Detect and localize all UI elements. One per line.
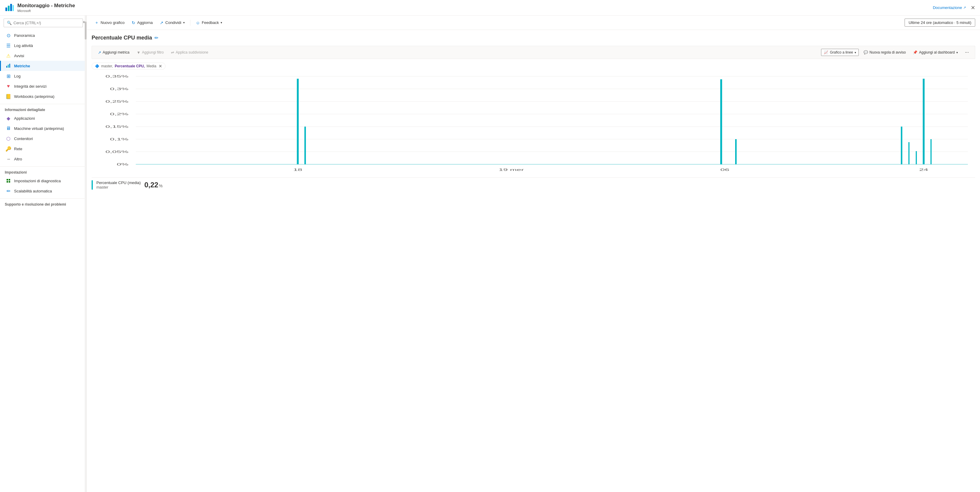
section-support-header: Supporto e risoluzione dei problemi xyxy=(0,198,86,208)
new-alert-button[interactable]: 💬 Nuova regola di avviso xyxy=(861,49,908,56)
apply-split-button[interactable]: ⇌ Applica suddivisione xyxy=(169,49,211,56)
svg-text:0,1%: 0,1% xyxy=(110,137,129,141)
more-options-button[interactable]: ··· xyxy=(963,49,971,56)
feedback-chevron-icon: ▾ xyxy=(221,21,222,24)
sidebar-label-rete: Rete xyxy=(14,147,22,151)
chart-type-chevron: ▾ xyxy=(854,51,856,54)
diagnostica-icon xyxy=(6,178,11,183)
add-dashboard-button[interactable]: 📌 Aggiungi al dashboard ▾ xyxy=(910,49,960,56)
macchine-icon: 🖥 xyxy=(6,126,11,131)
sidebar-item-scalabilita[interactable]: ✏ Scalabilità automatica xyxy=(0,186,86,196)
sidebar-item-log[interactable]: ⊞ Log xyxy=(0,71,86,81)
tag-metric: Percentuale CPU, xyxy=(115,64,145,68)
tag-remove-button[interactable]: ✕ xyxy=(159,64,162,68)
svg-rect-10 xyxy=(9,181,10,183)
section-info-header: Informazioni dettagliate xyxy=(0,104,86,113)
svg-rect-6 xyxy=(9,64,10,68)
metriche-icon xyxy=(6,63,11,68)
sidebar-item-diagnostica[interactable]: Impostazioni di diagnostica xyxy=(0,176,86,186)
chart-legend: Percentuale CPU (media) master 0,22 % xyxy=(92,178,975,190)
search-box[interactable]: 🔍 xyxy=(3,19,83,27)
svg-text:0,25%: 0,25% xyxy=(105,100,129,103)
integrità-icon: ♥ xyxy=(6,84,11,89)
toolbar: ＋ Nuovo grafico ↻ Aggiorna ↗ Condividi ▾… xyxy=(87,16,980,30)
svg-rect-5 xyxy=(8,65,9,68)
chart-svg: 0,35% 0,3% 0,25% 0,2% 0,15% 0,1% 0,05% 0… xyxy=(92,73,975,175)
metric-controls-right: 📈 Grafico a linee ▾ 💬 Nuova regola di av… xyxy=(821,49,971,56)
sidebar: 🔍 « ⊙ Panoramica ☰ Log attività ⚠ Avvisi xyxy=(0,16,87,492)
sidebar-item-workbooks[interactable]: 📒 Workbooks (anteprima) xyxy=(0,91,86,102)
scrollbar-thumb[interactable] xyxy=(85,22,86,40)
sidebar-item-contenitori[interactable]: ⬡ Contenitori xyxy=(0,133,86,144)
refresh-button[interactable]: ↻ Aggiorna xyxy=(129,19,156,27)
scalabilita-icon: ✏ xyxy=(6,188,11,194)
toolbar-left: ＋ Nuovo grafico ↻ Aggiorna ↗ Condividi ▾… xyxy=(92,19,225,27)
top-bar-actions: Documentazione ↗ ✕ xyxy=(933,5,975,11)
section-settings-header: Impostazioni xyxy=(0,167,86,176)
sidebar-label-avvisi: Avvisi xyxy=(14,54,24,58)
dashboard-chevron: ▾ xyxy=(956,51,958,54)
sidebar-item-avvisi[interactable]: ⚠ Avvisi xyxy=(0,51,86,61)
chart-type-icon: 📈 xyxy=(824,50,828,54)
panoramica-icon: ⊙ xyxy=(6,33,11,38)
sidebar-item-altro[interactable]: ··· Altro xyxy=(0,154,86,164)
chart-area: Percentuale CPU media ✏ ↗ Aggiungi metri… xyxy=(87,30,980,492)
sidebar-item-applicazioni[interactable]: ◆ Applicazioni xyxy=(0,113,86,123)
search-input[interactable] xyxy=(13,21,80,25)
legend-value-container: 0,22 % xyxy=(144,181,162,189)
metric-controls-left: ↗ Aggiungi metrica ▼ Aggiungi filtro ⇌ A… xyxy=(95,49,211,56)
legend-subtitle: master xyxy=(96,185,141,189)
time-range-button[interactable]: Ultime 24 ore (automatico · 5 minuti) xyxy=(905,19,975,27)
tag-resource: master, xyxy=(101,64,113,68)
applicazioni-icon: ◆ xyxy=(6,116,11,121)
share-chevron-icon: ▾ xyxy=(183,21,185,24)
add-metric-icon: ↗ xyxy=(98,50,101,55)
app-icon xyxy=(5,3,14,12)
svg-rect-3 xyxy=(13,5,14,11)
refresh-icon: ↻ xyxy=(132,21,135,25)
legend-color-bar xyxy=(92,180,93,190)
svg-text:0,2%: 0,2% xyxy=(110,112,129,116)
workbooks-icon: 📒 xyxy=(6,94,11,99)
svg-text:0,05%: 0,05% xyxy=(105,150,129,154)
svg-text:18: 18 xyxy=(293,168,302,171)
share-icon: ↗ xyxy=(160,21,164,25)
legend-value: 0,22 xyxy=(144,181,158,189)
sidebar-item-macchine[interactable]: 🖥 Macchine virtuali (anteprima) xyxy=(0,123,86,133)
sidebar-item-integrità[interactable]: ♥ Integrità dei servizi xyxy=(0,81,86,91)
add-metric-button[interactable]: ↗ Aggiungi metrica xyxy=(95,49,132,56)
svg-text:0%: 0% xyxy=(117,162,129,166)
chart-title: Percentuale CPU media xyxy=(92,35,152,41)
app-subtitle: Microsoft xyxy=(18,9,75,13)
split-icon: ⇌ xyxy=(171,50,174,55)
sidebar-item-rete[interactable]: 🔑 Rete xyxy=(0,144,86,154)
add-filter-button[interactable]: ▼ Aggiungi filtro xyxy=(134,49,166,56)
feedback-button[interactable]: ☺ Feedback ▾ xyxy=(193,19,225,27)
share-button[interactable]: ↗ Condividi ▾ xyxy=(157,19,188,27)
sidebar-nav: ⊙ Panoramica ☰ Log attività ⚠ Avvisi Met… xyxy=(0,30,86,492)
altro-icon: ··· xyxy=(6,156,11,162)
sidebar-label-scalabilita: Scalabilità automatica xyxy=(14,189,52,193)
sidebar-item-log-attivita[interactable]: ☰ Log attività xyxy=(0,40,86,51)
external-link-icon: ↗ xyxy=(963,6,966,10)
edit-title-icon[interactable]: ✏ xyxy=(154,35,158,41)
svg-rect-0 xyxy=(5,8,7,11)
scrollbar-track xyxy=(85,16,86,492)
sidebar-label-applicazioni: Applicazioni xyxy=(14,116,35,121)
sidebar-label-log: Log xyxy=(14,74,21,78)
main-layout: 🔍 « ⊙ Panoramica ☰ Log attività ⚠ Avvisi xyxy=(0,16,980,492)
sidebar-item-panoramica[interactable]: ⊙ Panoramica xyxy=(0,30,86,40)
svg-rect-8 xyxy=(9,179,10,181)
sidebar-label-diagnostica: Impostazioni di diagnostica xyxy=(14,179,61,183)
new-chart-button[interactable]: ＋ Nuovo grafico xyxy=(92,19,127,27)
close-button[interactable]: ✕ xyxy=(971,5,975,11)
svg-text:0,35%: 0,35% xyxy=(105,75,129,78)
sidebar-label-integrità: Integrità dei servizi xyxy=(14,84,46,89)
metric-tag-pill: 🔷 master, Percentuale CPU, Media ✕ xyxy=(92,63,165,70)
documentation-link[interactable]: Documentazione ↗ xyxy=(933,5,966,10)
log-attivita-icon: ☰ xyxy=(6,43,11,48)
feedback-icon: ☺ xyxy=(196,21,200,25)
main-content: ＋ Nuovo grafico ↻ Aggiorna ↗ Condividi ▾… xyxy=(87,16,980,492)
sidebar-item-metriche[interactable]: Metriche xyxy=(0,61,86,71)
chart-type-button[interactable]: 📈 Grafico a linee ▾ xyxy=(821,49,859,56)
